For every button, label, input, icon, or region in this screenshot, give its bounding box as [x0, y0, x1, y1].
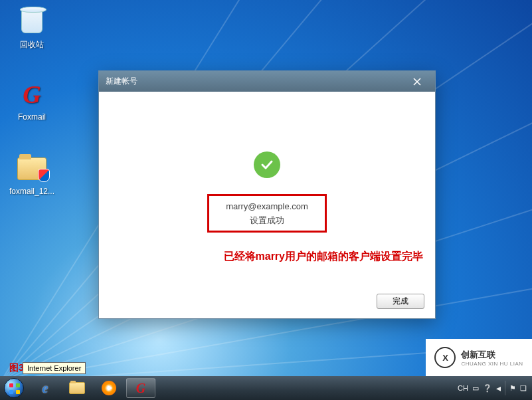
ie-icon: e — [43, 381, 48, 396]
media-player-icon — [102, 381, 116, 395]
desktop-icon-label: foxmail_12... — [5, 187, 58, 196]
dialog-titlebar[interactable]: 新建帐号 — [99, 71, 435, 92]
watermark-brand-pinyin: CHUANG XIN HU LIAN — [461, 361, 523, 367]
ime-options-icon[interactable]: ▭ — [472, 384, 479, 393]
taskbar-pinned-ie[interactable]: e — [31, 378, 60, 398]
taskbar-tooltip: Internet Explorer — [23, 362, 86, 374]
account-email: marry@example.com — [212, 200, 322, 214]
foxmail-icon: G — [136, 381, 145, 396]
desktop-icon-foxmail-installer[interactable]: foxmail_12... — [5, 153, 58, 196]
done-button[interactable]: 完成 — [377, 294, 424, 309]
ime-indicator[interactable]: CH — [458, 384, 468, 392]
dialog-title: 新建帐号 — [106, 71, 137, 92]
desktop-icon-label: 回收站 — [5, 39, 58, 50]
annotation-text: 已经将marry用户的邮箱的客户端设置完毕 — [99, 250, 435, 264]
tray-chevron-icon[interactable]: ◂ — [496, 383, 501, 393]
desktop-icon-label: Foxmail — [5, 112, 58, 122]
close-icon — [413, 78, 421, 86]
windows-orb-icon — [4, 378, 24, 398]
folder-icon — [16, 153, 48, 185]
taskbar-pinned-media-player[interactable] — [94, 378, 124, 398]
tray-separator — [505, 381, 505, 395]
setup-status: 设置成功 — [212, 214, 322, 228]
taskbar-app-foxmail[interactable]: G — [126, 378, 155, 398]
success-check-icon — [254, 151, 280, 178]
shield-badge-icon — [38, 169, 50, 182]
taskbar: e G CH ▭ ❔ ◂ ⚑ ❏ — [0, 376, 532, 400]
dialog-close-button[interactable] — [406, 75, 428, 88]
watermark-brand: 创新互联 — [461, 349, 523, 361]
action-center-icon[interactable]: ⚑ — [509, 384, 516, 393]
start-button[interactable] — [0, 376, 28, 400]
watermark-logo-icon: X — [434, 347, 456, 368]
taskbar-pinned-explorer[interactable] — [62, 378, 92, 398]
desktop-icon-recycle-bin[interactable]: 回收站 — [5, 5, 58, 50]
foxmail-icon: G — [16, 78, 48, 110]
help-icon[interactable]: ❔ — [483, 384, 492, 393]
explorer-icon — [69, 382, 85, 394]
new-account-dialog: 新建帐号 marry@example.com 设置成功 已经将marry用户的邮… — [98, 70, 436, 319]
result-highlight-box: marry@example.com 设置成功 — [207, 194, 327, 233]
recycle-bin-icon — [16, 5, 48, 37]
system-tray: CH ▭ ❔ ◂ ⚑ ❏ — [452, 376, 532, 400]
desktop-icon-foxmail[interactable]: G Foxmail — [5, 78, 58, 122]
watermark: X 创新互联 CHUANG XIN HU LIAN — [426, 339, 532, 376]
network-icon[interactable]: ❏ — [520, 384, 527, 393]
